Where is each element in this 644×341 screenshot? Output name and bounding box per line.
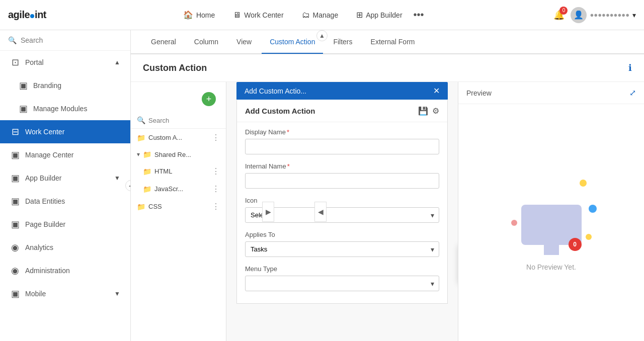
sidebar-search-input[interactable]	[21, 36, 122, 44]
folder-icon-custom-a: 📁	[137, 134, 145, 142]
form-group-display-name: Display Name*	[237, 122, 447, 156]
preview-body: 0 No Preview Yet.	[458, 104, 644, 341]
panel-add-button[interactable]: +	[202, 92, 216, 106]
internal-name-input[interactable]	[245, 173, 439, 189]
user-dropdown-icon: ▾	[632, 11, 636, 19]
display-name-label: Display Name*	[245, 128, 439, 136]
portal-icon: ⊡	[10, 57, 20, 68]
panel-nav-right-button[interactable]: ▶	[262, 202, 274, 222]
panel-layout: + 🔍 📁 Custom A... ⋮ ▾ 📁 Shared Re...	[131, 82, 644, 341]
sidebar-item-app-builder[interactable]: ▣ App Builder ▼	[0, 166, 130, 190]
sidebar-item-portal[interactable]: ⊡ Portal ▲	[0, 51, 130, 74]
sidebar-item-mobile[interactable]: ▣ Mobile ▼	[0, 282, 130, 305]
tab-view[interactable]: View	[228, 31, 260, 54]
manage-icon: 🗂	[302, 11, 310, 20]
modal-action-buttons: 💾 ⚙	[418, 106, 439, 116]
top-nav: agileint 🏠 Home 🖥 Work Center 🗂 Manage ⊞…	[0, 0, 644, 30]
modal-close-button[interactable]: ✕	[433, 86, 440, 96]
modal-title: Add Custom Action	[245, 107, 315, 115]
nav-work-center[interactable]: 🖥 Work Center	[226, 7, 290, 24]
notifications-button[interactable]: 🔔 0	[553, 10, 565, 21]
nav-more-button[interactable]: •••	[414, 9, 424, 21]
preview-title: Preview	[466, 89, 492, 97]
user-menu[interactable]: 👤 ●●●●●●●●●● ▾	[571, 7, 636, 23]
tab-column[interactable]: Column	[186, 31, 226, 54]
work-center-icon: ⊟	[10, 126, 20, 137]
more-icon-html[interactable]: ⋮	[212, 166, 220, 176]
sidebar-item-manage-center[interactable]: ▣ Manage Center	[0, 143, 130, 166]
nav-items: 🏠 Home 🖥 Work Center 🗂 Manage ⊞ App Buil…	[46, 6, 553, 24]
applies-to-select-wrapper: Tasks Records All	[245, 241, 439, 257]
middle-panel: Add Custom Actio... ✕ Add Custom Action …	[226, 82, 458, 341]
sidebar-item-analytics[interactable]: ◉ Analytics	[0, 236, 130, 259]
form-group-internal-name: Internal Name*	[237, 156, 447, 191]
illus-dot-red	[511, 220, 517, 226]
modal-bar-title: Add Custom Actio...	[245, 87, 306, 95]
sidebar-search-area: 🔍	[0, 30, 130, 51]
illus-dot-blue	[589, 205, 597, 213]
mobile-arrow: ▼	[114, 290, 120, 297]
modal-settings-button[interactable]: ⚙	[432, 106, 439, 116]
user-avatar: 👤	[571, 7, 587, 23]
tab-external-form[interactable]: External Form	[363, 31, 423, 54]
tree-item-javascript[interactable]: 📁 JavaScr... ⋮	[131, 180, 226, 198]
sidebar-item-administration[interactable]: ◉ Administration	[0, 259, 130, 282]
portal-arrow: ▲	[114, 59, 120, 66]
tree-item-css[interactable]: 📁 CSS ⋮	[131, 198, 226, 215]
folder-icon-css: 📁	[137, 203, 145, 211]
manage-center-icon: ▣	[10, 149, 20, 160]
branding-icon: ▣	[18, 80, 28, 91]
illus-dot-yellow	[580, 180, 587, 187]
internal-name-label: Internal Name*	[245, 162, 439, 170]
tab-filters[interactable]: Filters	[325, 31, 360, 54]
more-icon-css[interactable]: ⋮	[212, 202, 220, 211]
user-name: ●●●●●●●●●●	[590, 11, 629, 19]
modal-save-button[interactable]: 💾	[418, 106, 428, 116]
panel-search-icon: 🔍	[137, 116, 145, 124]
tabs-bar: General Column View Custom Action Filter…	[131, 30, 644, 54]
folder-icon-html: 📁	[143, 167, 151, 176]
right-panel: Preview ⤢ 0 No Preview Yet.	[458, 82, 644, 341]
page-header: Custom Action ℹ	[131, 54, 644, 82]
form-group-applies-to: Applies To Tasks Records All	[237, 225, 447, 259]
logo[interactable]: agileint	[8, 9, 46, 21]
tree-item-custom-a[interactable]: 📁 Custom A... ⋮	[131, 129, 226, 146]
manage-modules-icon: ▣	[18, 103, 28, 114]
panel-search-area: 🔍	[131, 112, 226, 129]
applies-to-label: Applies To	[245, 231, 439, 238]
sidebar-item-branding[interactable]: ▣ Branding	[0, 74, 130, 97]
nav-manage[interactable]: 🗂 Manage	[295, 7, 346, 24]
left-panel: + 🔍 📁 Custom A... ⋮ ▾ 📁 Shared Re...	[131, 82, 226, 341]
more-icon-custom-a[interactable]: ⋮	[212, 133, 220, 142]
panel-search-input[interactable]	[148, 117, 220, 124]
app-builder-icon: ▣	[10, 173, 20, 184]
applies-to-select[interactable]: Tasks Records All	[245, 241, 439, 257]
menu-type-select[interactable]	[245, 276, 439, 291]
monitor-icon: 🖥	[233, 11, 241, 20]
info-icon[interactable]: ℹ	[628, 62, 632, 73]
nav-app-builder[interactable]: ⊞ App Builder	[349, 6, 409, 24]
nav-collapse-button[interactable]: ▲	[316, 30, 328, 41]
modal-header: Add Custom Action 💾 ⚙	[237, 100, 447, 122]
tab-general[interactable]: General	[143, 31, 184, 54]
nav-home[interactable]: 🏠 Home	[176, 6, 222, 24]
page-title: Custom Action	[143, 63, 207, 73]
menu-type-select-wrapper	[245, 276, 439, 291]
preview-expand-button[interactable]: ⤢	[629, 88, 636, 98]
sidebar-item-manage-modules[interactable]: ▣ Manage Modules	[0, 97, 130, 120]
tree-item-shared-re[interactable]: ▾ 📁 Shared Re...	[131, 146, 226, 162]
content-area: General Column View Custom Action Filter…	[131, 30, 644, 341]
tree-item-html[interactable]: 📁 HTML ⋮	[131, 162, 226, 180]
data-entities-icon: ▣	[10, 196, 20, 207]
notifications-badge: 0	[559, 7, 568, 15]
panel-nav-left-button[interactable]: ◀	[314, 202, 327, 222]
sidebar-item-page-builder[interactable]: ▣ Page Builder	[0, 213, 130, 236]
tab-custom-action[interactable]: Custom Action	[262, 31, 323, 54]
more-icon-javascript[interactable]: ⋮	[212, 184, 220, 194]
expand-arrow-shared-re[interactable]: ▾	[137, 151, 140, 158]
sidebar-item-data-entities[interactable]: ▣ Data Entities	[0, 190, 130, 213]
sidebar-search-icon: 🔍	[8, 36, 17, 44]
display-name-input[interactable]	[245, 139, 439, 154]
sidebar-item-work-center[interactable]: ⊟ Work Center	[0, 120, 130, 143]
analytics-icon: ◉	[10, 242, 20, 253]
